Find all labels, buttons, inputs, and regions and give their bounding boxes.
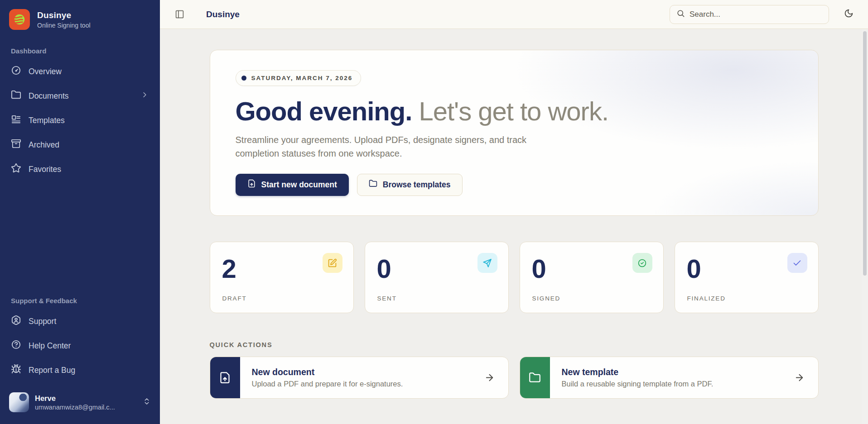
content: SATURDAY, MARCH 7, 2026 Good evening. Le…	[160, 29, 868, 424]
brand-name: Dusinye	[37, 10, 91, 20]
scrollbar[interactable]	[862, 29, 868, 424]
start-new-document-button[interactable]: Start new document	[236, 174, 349, 196]
stat-label: SENT	[377, 295, 397, 302]
stat-card-finalized: 0 FINALIZED	[675, 242, 819, 313]
stats-row: 2 DRAFT 0 SENT 0	[210, 242, 819, 313]
hero-description: Streamline your agreements. Upload PDFs,…	[236, 133, 571, 160]
scrollbar-thumb[interactable]	[863, 31, 867, 276]
stat-card-sent: 0 SENT	[365, 242, 509, 313]
greeting-heading: Good evening. Let's get to work.	[236, 97, 793, 126]
folder-icon	[369, 179, 377, 190]
brand-tagline: Online Signing tool	[37, 22, 91, 29]
check-icon	[787, 253, 807, 273]
user-name: Herve	[35, 394, 137, 403]
arrow-right-icon	[484, 357, 508, 398]
chevron-right-icon[interactable]	[140, 91, 149, 101]
sidebar-item-label: Overview	[29, 67, 62, 76]
sidebar-item-label: Help Center	[29, 341, 71, 351]
chevrons-up-down-icon	[143, 397, 151, 407]
avatar	[9, 392, 29, 412]
date-badge: SATURDAY, MARCH 7, 2026	[236, 70, 362, 86]
stat-card-signed: 0 SIGNED	[520, 242, 664, 313]
dark-mode-toggle[interactable]	[841, 7, 856, 22]
sidebar-item-documents[interactable]: Documents	[0, 84, 160, 108]
sidebar: Dusinye Online Signing tool Dashboard Ov…	[0, 0, 160, 424]
file-upload-icon	[210, 357, 240, 398]
sidebar-toggle-button[interactable]	[172, 7, 187, 22]
nav-section-support: Support & Feedback	[0, 284, 160, 309]
sidebar-item-templates[interactable]: Templates	[0, 108, 160, 133]
sidebar-item-favorites[interactable]: Favorites	[0, 157, 160, 181]
user-email: umwanamwiza8@gmail.c...	[35, 404, 137, 411]
sidebar-item-label: Favorites	[29, 165, 61, 174]
brand: Dusinye Online Signing tool	[0, 6, 160, 34]
app-logo-icon	[9, 9, 30, 30]
new-document-action-card[interactable]: New document Upload a PDF and prepare it…	[210, 357, 509, 399]
date-dot	[241, 76, 246, 81]
star-icon	[11, 163, 21, 176]
sidebar-item-support[interactable]: Support	[0, 309, 160, 333]
main-area: Dusinye SATURDAY, MARCH 7, 2026	[160, 0, 868, 424]
stat-label: SIGNED	[532, 295, 561, 302]
templates-icon	[11, 114, 21, 127]
search-input[interactable]	[690, 10, 822, 19]
help-circle-icon	[11, 339, 21, 352]
sidebar-item-label: Report a Bug	[29, 366, 75, 375]
quick-actions-heading: QUICK ACTIONS	[210, 341, 819, 348]
gauge-icon	[11, 65, 21, 78]
bug-icon	[11, 364, 21, 376]
quick-actions-row: New document Upload a PDF and prepare it…	[210, 357, 819, 399]
sidebar-item-overview[interactable]: Overview	[0, 59, 160, 84]
stat-card-draft: 2 DRAFT	[210, 242, 354, 313]
stat-label: DRAFT	[222, 295, 247, 302]
page-title: Dusinye	[206, 10, 240, 19]
file-upload-icon	[247, 179, 256, 190]
arrow-right-icon	[794, 357, 818, 398]
send-icon	[477, 253, 497, 273]
action-title: New document	[252, 367, 484, 377]
search-box[interactable]	[670, 5, 829, 24]
support-icon	[11, 315, 21, 328]
user-menu[interactable]: Herve umwanamwiza8@gmail.c...	[5, 389, 154, 416]
date-text: SATURDAY, MARCH 7, 2026	[251, 75, 353, 81]
stat-label: FINALIZED	[687, 295, 726, 302]
hero-card: SATURDAY, MARCH 7, 2026 Good evening. Le…	[210, 50, 819, 216]
archive-icon	[11, 138, 21, 151]
search-icon	[676, 9, 685, 19]
moon-icon	[844, 9, 854, 20]
folder-icon	[11, 90, 21, 102]
action-title: New template	[562, 367, 794, 377]
sidebar-item-label: Templates	[29, 116, 65, 125]
folder-icon	[520, 357, 550, 398]
pencil-edit-icon	[323, 253, 342, 273]
new-template-action-card[interactable]: New template Build a reusable signing te…	[520, 357, 819, 399]
sidebar-item-archived[interactable]: Archived	[0, 133, 160, 157]
sidebar-item-label: Support	[29, 317, 56, 326]
action-description: Upload a PDF and prepare it for e-signat…	[252, 380, 484, 388]
action-description: Build a reusable signing template from a…	[562, 380, 794, 388]
nav-section-dashboard: Dashboard	[0, 34, 160, 59]
sidebar-item-help-center[interactable]: Help Center	[0, 333, 160, 358]
browse-templates-button[interactable]: Browse templates	[357, 174, 463, 196]
sidebar-item-label: Documents	[29, 91, 69, 101]
topbar: Dusinye	[160, 0, 868, 29]
sidebar-item-report-bug[interactable]: Report a Bug	[0, 358, 160, 382]
sidebar-item-label: Archived	[29, 140, 59, 150]
check-circle-icon	[632, 253, 652, 273]
